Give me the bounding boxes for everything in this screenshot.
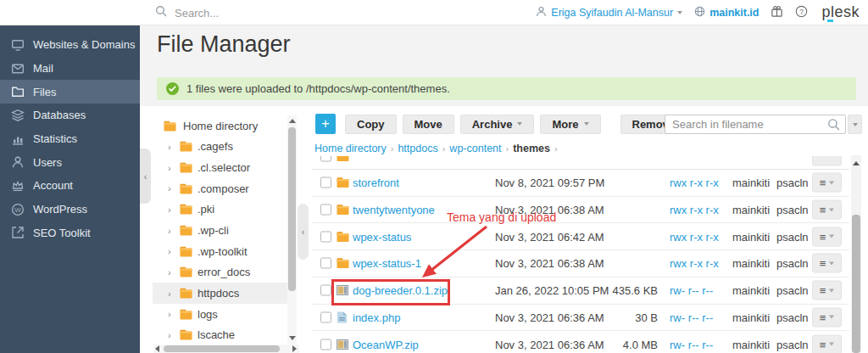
row-checkbox[interactable] xyxy=(320,339,331,350)
permissions-link[interactable]: rwx r-x r-x xyxy=(670,204,719,216)
tree-item-httpdocs[interactable]: ›httpdocs xyxy=(153,283,288,304)
chevron-right-icon[interactable]: › xyxy=(168,205,175,215)
sidebar-item-users[interactable]: Users xyxy=(0,150,140,174)
folder-icon xyxy=(180,309,192,320)
chevron-right-icon[interactable]: › xyxy=(168,183,175,193)
row-checkbox[interactable] xyxy=(320,156,331,161)
user-menu[interactable]: Eriga Syifaudin Al-Mansur xyxy=(536,6,682,20)
sidebar-item-files[interactable]: Files xyxy=(0,80,140,104)
sidebar-item-statistics[interactable]: Statistics xyxy=(0,127,140,151)
tree-item-error-docs[interactable]: ›error_docs xyxy=(153,262,288,283)
sidebar-item-databases[interactable]: Databases xyxy=(0,104,140,127)
chevron-right-icon[interactable]: › xyxy=(168,330,175,340)
gift-icon[interactable] xyxy=(771,5,783,21)
sidebar-menu: Websites & DomainsMailFilesDatabasesStat… xyxy=(0,33,140,244)
search-options-button[interactable] xyxy=(848,115,862,134)
permissions-link[interactable]: rw- r-- r-- xyxy=(670,311,713,323)
folder-icon xyxy=(180,266,192,277)
file-name-link[interactable]: OceanWP.zip xyxy=(353,338,419,350)
table-scrollbar-thumb[interactable] xyxy=(852,215,860,353)
row-menu-button[interactable]: ≡ xyxy=(812,227,842,246)
file-size: 4.0 MB xyxy=(592,338,658,350)
tree-item-lscache[interactable]: ›lscache xyxy=(153,325,288,346)
file-group: psacln xyxy=(776,230,809,243)
tree-item-wp-toolkit[interactable]: ›.wp-toolkit xyxy=(153,241,288,262)
tree-item-cagefs[interactable]: ›.cagefs xyxy=(153,137,288,158)
chevron-right-icon[interactable]: › xyxy=(168,226,175,236)
permissions-link[interactable]: rw- r-- r-- xyxy=(670,284,713,297)
sidebar-item-account[interactable]: Account xyxy=(0,174,140,198)
move-button[interactable]: Move xyxy=(403,115,454,134)
global-search-input[interactable] xyxy=(175,7,344,20)
tree-hscrollbar-thumb[interactable] xyxy=(164,345,280,352)
tree-item-logs[interactable]: ›logs xyxy=(153,304,288,325)
tree-item-label: lscache xyxy=(198,328,235,341)
breadcrumb-item-wp-content[interactable]: wp-content xyxy=(449,143,501,154)
folder-icon xyxy=(337,205,349,216)
row-menu-button[interactable]: ≡ xyxy=(812,200,842,220)
chevron-right-icon[interactable]: › xyxy=(168,142,175,152)
filename-search-input[interactable] xyxy=(665,115,846,134)
row-checkbox[interactable] xyxy=(320,177,331,188)
scroll-up-icon[interactable] xyxy=(853,161,860,165)
permissions-link[interactable]: rw- r-- r-- xyxy=(670,338,713,350)
chevron-right-icon[interactable]: › xyxy=(168,289,175,299)
breadcrumb-item-home-directory[interactable]: Home directory xyxy=(314,143,387,154)
row-menu-button[interactable]: ≡ xyxy=(812,254,842,273)
permissions-link[interactable]: rwx r-x r-x xyxy=(670,230,719,243)
tree-item-composer[interactable]: ›.composer xyxy=(153,178,288,199)
tree-collapse-button[interactable]: ‹ xyxy=(298,204,309,260)
scroll-down-icon[interactable] xyxy=(289,336,296,340)
permissions-link[interactable]: rwx r-x r-x xyxy=(670,176,719,189)
scroll-up-icon[interactable] xyxy=(289,119,296,123)
permissions-link[interactable]: rwx r-x r-x xyxy=(670,257,719,270)
sidebar-item-mail[interactable]: Mail xyxy=(0,57,140,81)
row-checkbox[interactable] xyxy=(320,258,331,269)
tree-item-cl-selector[interactable]: ›.cl.selector xyxy=(153,157,288,178)
tree-root-home-directory[interactable]: Home directory xyxy=(153,115,288,137)
row-menu-button[interactable]: ≡ xyxy=(812,334,842,353)
copy-button[interactable]: Copy xyxy=(345,115,397,134)
sidebar-item-websites-domains[interactable]: Websites & Domains xyxy=(0,33,140,57)
row-checkbox[interactable] xyxy=(320,311,331,322)
file-toolbar: + CopyMoveArchiveMoreRemove xyxy=(315,114,693,134)
file-name-link[interactable]: index.php xyxy=(353,311,400,323)
global-search[interactable] xyxy=(155,0,344,25)
plesk-logo[interactable]: plesk xyxy=(820,3,861,23)
site-link[interactable]: mainkit.id xyxy=(694,6,759,20)
row-menu-button[interactable]: ≡ xyxy=(812,307,842,327)
archive-button[interactable]: Archive xyxy=(460,115,535,134)
breadcrumb-item-themes: themes xyxy=(513,143,550,154)
row-checkbox[interactable] xyxy=(320,285,331,296)
table-row: OceanWP.zipNov 3, 2021 06:36 AM4.0 MBrw-… xyxy=(312,331,849,353)
file-name-link[interactable]: wpex-status-1 xyxy=(353,257,421,270)
add-button[interactable]: + xyxy=(315,114,336,134)
file-name-link[interactable]: dog-breeder.0.1.zip xyxy=(353,284,448,297)
sidebar-collapse-button[interactable]: ‹ xyxy=(140,148,151,204)
table-row: wpex-statusNov 3, 2021 06:42 AMrwx r-x r… xyxy=(312,223,849,250)
file-user: mainkiti xyxy=(732,284,770,297)
more-button[interactable]: More xyxy=(540,115,600,134)
tree-scrollbar-thumb[interactable] xyxy=(288,127,296,291)
scroll-right-icon[interactable] xyxy=(292,345,297,352)
row-menu-button[interactable]: ≡ xyxy=(812,173,842,193)
row-checkbox[interactable] xyxy=(320,205,331,216)
scroll-left-icon[interactable] xyxy=(155,345,159,352)
sidebar-item-wordpress[interactable]: WWordPress xyxy=(0,198,140,221)
row-menu-button[interactable] xyxy=(812,156,842,165)
chevron-right-icon[interactable]: › xyxy=(168,309,175,319)
help-icon[interactable]: ? xyxy=(795,5,808,21)
chevron-right-icon[interactable]: › xyxy=(168,267,175,277)
chevron-down-icon xyxy=(517,122,522,126)
tree-item-pki[interactable]: ›.pki xyxy=(153,199,288,221)
chevron-right-icon[interactable]: › xyxy=(168,246,175,256)
row-checkbox[interactable] xyxy=(320,231,331,242)
tree-item-wp-cli[interactable]: ›.wp-cli xyxy=(153,220,288,241)
file-name-link[interactable]: storefront xyxy=(353,176,399,189)
file-name-link[interactable]: wpex-status xyxy=(353,230,411,243)
breadcrumb-item-httpdocs[interactable]: httpdocs xyxy=(398,143,437,154)
row-menu-button[interactable]: ≡ xyxy=(812,281,842,300)
file-name-link[interactable]: twentytwentyone xyxy=(353,204,435,216)
sidebar-item-seo-toolkit[interactable]: SEO Toolkit xyxy=(0,221,140,245)
chevron-right-icon[interactable]: › xyxy=(168,163,175,173)
